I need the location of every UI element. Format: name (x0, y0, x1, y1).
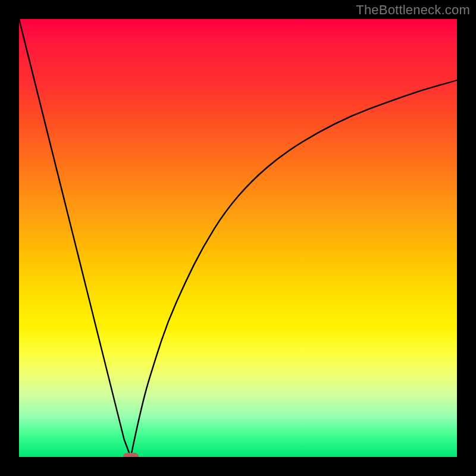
minimum-marker (123, 453, 139, 457)
chart-frame: TheBottleneck.com (0, 0, 476, 476)
attribution-watermark: TheBottleneck.com (356, 2, 470, 18)
curve-left-branch (19, 19, 131, 457)
bottleneck-curve (19, 19, 457, 457)
curve-right-branch (131, 80, 457, 457)
plot-area (19, 19, 457, 457)
